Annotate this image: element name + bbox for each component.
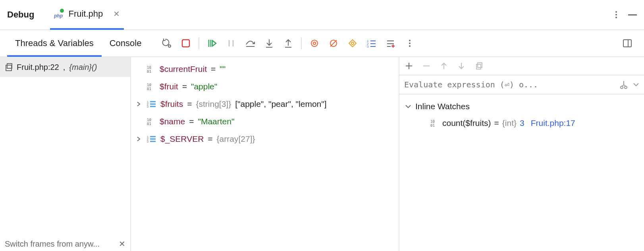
frames-footer: Switch frames from anyw... ✕ bbox=[5, 239, 125, 249]
variable-row[interactable]: 123$fruits = {string[3]} ["apple", "pear… bbox=[133, 95, 396, 113]
add-watch-icon[interactable] bbox=[401, 59, 417, 73]
primitive-type-icon: 1001 bbox=[147, 83, 156, 91]
php-file-icon: php bbox=[54, 9, 64, 19]
equals: = bbox=[189, 117, 194, 126]
variable-row[interactable]: 1001$name = "Maarten" bbox=[133, 113, 396, 130]
svg-marker-18 bbox=[349, 40, 356, 47]
svg-point-61 bbox=[621, 86, 623, 89]
variable-value: "" bbox=[220, 64, 226, 74]
variable-row[interactable]: 1001$fruit = "apple" bbox=[133, 78, 396, 95]
svg-point-2 bbox=[168, 45, 171, 47]
tab-threads-variables[interactable]: Threads & Variables bbox=[7, 30, 102, 57]
file-tab[interactable]: php Fruit.php ✕ bbox=[50, 0, 124, 30]
layout-settings-icon[interactable] bbox=[622, 38, 633, 49]
remove-watch-icon[interactable] bbox=[418, 59, 434, 73]
variable-row[interactable]: 123$_SERVER = {array[27]} bbox=[133, 130, 396, 148]
equals: = bbox=[211, 64, 216, 74]
svg-marker-6 bbox=[212, 41, 216, 46]
inline-watches-label: Inline Watches bbox=[415, 102, 470, 111]
stack-frame-icon bbox=[5, 63, 13, 71]
watches-toolbar bbox=[399, 57, 644, 75]
variables-panel: 1001$currentFruit = ""1001$fruit = "appl… bbox=[131, 57, 399, 251]
variable-name: $name bbox=[160, 117, 185, 126]
variable-name: $fruits bbox=[160, 99, 183, 109]
more-options-icon[interactable] bbox=[615, 11, 617, 18]
variable-type: {string[3]} bbox=[196, 99, 231, 109]
svg-point-19 bbox=[351, 42, 354, 44]
evaluate-expression-row[interactable] bbox=[399, 75, 644, 95]
equals: = bbox=[208, 134, 212, 144]
debug-title: Debug bbox=[7, 10, 34, 20]
move-watch-up-icon[interactable] bbox=[436, 59, 452, 73]
svg-text:10: 10 bbox=[147, 83, 151, 87]
file-tab-name: Fruit.php bbox=[68, 9, 103, 19]
watches-tree: Inline Watches 1001count($fruits) = {int… bbox=[399, 95, 644, 136]
close-hint-icon[interactable]: ✕ bbox=[119, 239, 125, 249]
svg-text:10: 10 bbox=[147, 66, 151, 70]
stop-icon[interactable] bbox=[180, 38, 191, 49]
svg-text:01: 01 bbox=[147, 70, 151, 73]
debug-toolbar: Threads & Variables Console bbox=[0, 30, 644, 57]
step-into-icon[interactable] bbox=[264, 38, 275, 49]
svg-line-63 bbox=[622, 85, 624, 86]
frames-panel: Fruit.php:22, {main}() Switch frames fro… bbox=[0, 57, 131, 251]
variable-name: $_SERVER bbox=[160, 134, 204, 144]
inline-watches-group[interactable]: Inline Watches bbox=[402, 98, 642, 114]
evaluate-dropdown-icon[interactable] bbox=[633, 82, 639, 87]
toolbar-divider bbox=[199, 37, 199, 49]
close-tab-icon[interactable]: ✕ bbox=[113, 9, 120, 19]
svg-line-64 bbox=[624, 85, 626, 86]
watch-value: 3 bbox=[520, 118, 524, 128]
svg-point-14 bbox=[311, 40, 318, 46]
primitive-type-icon: 1001 bbox=[147, 118, 156, 126]
content: Fruit.php:22, {main}() Switch frames fro… bbox=[0, 57, 644, 251]
mute-breakpoints-icon[interactable] bbox=[328, 38, 339, 49]
stack-frame[interactable]: Fruit.php:22, {main}() bbox=[0, 57, 130, 77]
watch-expression: count($fruits) bbox=[442, 118, 491, 128]
variable-row[interactable]: 1001$currentFruit = "" bbox=[133, 60, 396, 78]
watch-type: {int} bbox=[502, 118, 517, 128]
equals: = bbox=[182, 82, 187, 91]
svg-point-62 bbox=[625, 86, 627, 89]
view-breakpoints-icon[interactable] bbox=[309, 38, 320, 49]
svg-text:3: 3 bbox=[147, 140, 148, 143]
svg-point-0 bbox=[60, 9, 64, 13]
debug-config-icon[interactable] bbox=[347, 38, 358, 49]
svg-rect-3 bbox=[182, 40, 189, 47]
resume-icon[interactable] bbox=[206, 38, 218, 49]
array-type-icon: 123 bbox=[147, 135, 156, 143]
step-over-icon[interactable] bbox=[245, 38, 256, 49]
variable-name: $currentFruit bbox=[160, 64, 207, 74]
minimize-icon[interactable] bbox=[628, 14, 637, 15]
evaluate-expression-input[interactable] bbox=[404, 80, 615, 89]
watch-source[interactable]: Fruit.php:17 bbox=[531, 118, 575, 128]
evaluate-list-icon[interactable]: 1 2 3 bbox=[366, 38, 377, 49]
watches-panel: Inline Watches 1001count($fruits) = {int… bbox=[399, 57, 644, 251]
primitive-type-icon: 1001 bbox=[430, 119, 439, 127]
more-actions-icon[interactable] bbox=[404, 38, 415, 49]
svg-text:01: 01 bbox=[430, 124, 435, 127]
svg-text:01: 01 bbox=[147, 87, 151, 91]
watch-item[interactable]: 1001count($fruits) = {int} 3 Fruit.php:1… bbox=[402, 114, 642, 132]
expand-icon[interactable] bbox=[135, 136, 142, 142]
tab-console[interactable]: Console bbox=[102, 30, 150, 57]
variable-value: "apple" bbox=[191, 82, 217, 91]
svg-point-15 bbox=[313, 42, 316, 44]
move-watch-down-icon[interactable] bbox=[453, 59, 469, 73]
toolbar-divider bbox=[301, 37, 302, 49]
expand-icon[interactable] bbox=[135, 101, 142, 107]
expand-evaluate-icon[interactable] bbox=[619, 80, 628, 89]
frame-function: {main}() bbox=[69, 63, 97, 72]
rerun-icon[interactable] bbox=[161, 38, 172, 49]
array-type-icon: 123 bbox=[147, 100, 156, 108]
duplicate-watch-icon[interactable] bbox=[471, 59, 487, 73]
pause-icon[interactable] bbox=[226, 38, 237, 49]
variable-value: "Maarten" bbox=[198, 117, 234, 126]
settings-list-icon[interactable] bbox=[385, 38, 396, 49]
step-out-icon[interactable] bbox=[283, 38, 294, 49]
svg-rect-31 bbox=[623, 40, 631, 47]
svg-text:php: php bbox=[54, 13, 63, 19]
chevron-down-icon bbox=[405, 104, 411, 109]
variable-name: $fruit bbox=[160, 82, 178, 91]
variable-value: ["apple", "pear", "lemon"] bbox=[235, 99, 326, 109]
